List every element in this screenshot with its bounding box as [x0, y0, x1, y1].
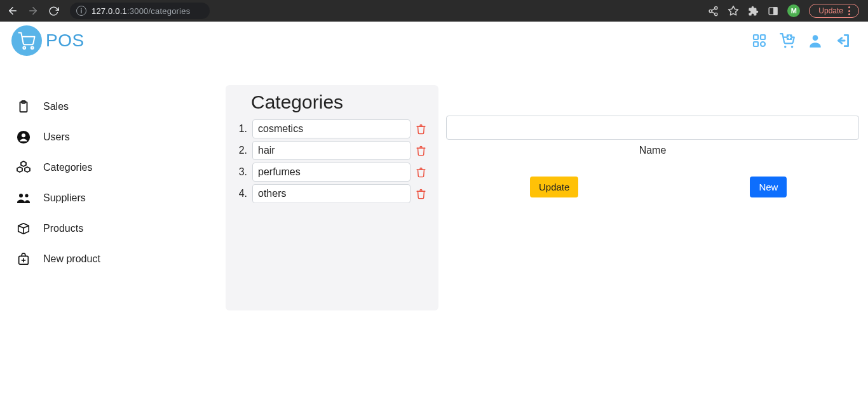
person-icon [807, 32, 824, 49]
bag-plus-icon [15, 251, 32, 267]
sidebar-item-label: New product [43, 253, 100, 265]
url-path: :3000/categories [127, 6, 190, 16]
category-form: Name Update New [446, 116, 859, 197]
svg-point-25 [22, 133, 25, 137]
dashboard-icon [752, 33, 767, 48]
arrow-left-icon [7, 5, 18, 17]
logout-icon [835, 32, 851, 49]
svg-line-5 [712, 11, 715, 13]
category-number: 2. [236, 145, 250, 156]
reload-icon [48, 6, 59, 17]
people-icon [15, 190, 32, 206]
sidebar-item-label: Sales [43, 101, 69, 112]
arrow-right-icon [27, 5, 39, 17]
svg-point-20 [813, 35, 818, 41]
name-label: Name [446, 145, 859, 156]
nav-reload-button[interactable] [46, 3, 61, 18]
category-name-input[interactable] [252, 163, 410, 182]
address-bar[interactable]: i 127.0.0.1:3000/categories [70, 3, 210, 19]
url-host: 127.0.0.1 [92, 6, 127, 16]
user-button[interactable] [807, 32, 824, 49]
cart-plus-icon [779, 32, 796, 49]
categories-title: Categories [236, 89, 428, 118]
box-icon [15, 220, 32, 237]
nav-forward-button[interactable] [25, 3, 41, 18]
sidebar-item-label: Suppliers [43, 192, 86, 204]
sidebar-item-users[interactable]: Users [15, 122, 206, 152]
sidebar-item-suppliers[interactable]: Suppliers [15, 183, 206, 213]
app-root: POS Sales [0, 22, 868, 414]
profile-avatar[interactable]: M [787, 4, 800, 17]
svg-line-6 [712, 8, 715, 10]
user-circle-icon [15, 129, 32, 145]
site-info-icon: i [76, 6, 86, 16]
delete-category-button[interactable] [413, 189, 428, 199]
svg-rect-14 [761, 35, 765, 39]
update-button[interactable]: Update [530, 177, 578, 197]
categories-list: 1. 2. 3. 4. [236, 118, 428, 204]
logout-button[interactable] [835, 32, 851, 49]
delete-category-button[interactable] [413, 145, 428, 156]
category-row: 2. [236, 140, 428, 161]
svg-point-17 [784, 46, 786, 48]
svg-rect-10 [774, 7, 777, 14]
category-number: 4. [236, 188, 250, 199]
bookmark-star-icon[interactable] [728, 5, 739, 17]
trash-icon [416, 189, 426, 199]
trash-icon [416, 167, 426, 178]
brand[interactable]: POS [11, 25, 85, 56]
sidebar-item-label: Users [43, 131, 70, 143]
dashboard-button[interactable] [751, 32, 768, 49]
app-header: POS [0, 22, 868, 60]
svg-rect-15 [754, 42, 758, 46]
category-row: 4. [236, 183, 428, 204]
sidebar: Sales Users Categories Suppliers Product… [15, 91, 206, 274]
avatar-initial: M [791, 7, 797, 15]
category-name-input[interactable] [252, 184, 410, 203]
sidebar-item-products[interactable]: Products [15, 213, 206, 244]
delete-category-button[interactable] [413, 167, 428, 178]
category-number: 3. [236, 166, 250, 178]
panel-icon[interactable] [768, 6, 778, 17]
url-text: 127.0.0.1:3000/categories [92, 6, 190, 16]
delete-category-button[interactable] [413, 124, 428, 135]
svg-point-27 [25, 194, 28, 197]
extensions-icon[interactable] [748, 6, 759, 17]
browser-toolbar: i 127.0.0.1:3000/categories M Update [0, 0, 868, 22]
trash-icon [416, 145, 426, 156]
browser-update-label: Update [818, 6, 843, 15]
category-number: 1. [236, 123, 250, 135]
brand-name: POS [46, 30, 85, 51]
category-row: 3. [236, 161, 428, 183]
header-actions [751, 32, 857, 49]
svg-point-26 [19, 194, 23, 197]
sidebar-item-categories[interactable]: Categories [15, 152, 206, 183]
category-row: 1. [236, 118, 428, 140]
nav-back-button[interactable] [5, 3, 20, 18]
sidebar-item-new-product[interactable]: New product [15, 244, 206, 274]
svg-point-12 [31, 46, 34, 49]
category-name-input[interactable] [252, 141, 410, 160]
share-icon[interactable] [708, 6, 719, 17]
add-cart-button[interactable] [779, 32, 796, 49]
cart-icon [17, 31, 36, 50]
cubes-icon [15, 159, 32, 176]
browser-update-button[interactable]: Update [809, 4, 859, 18]
svg-point-11 [23, 46, 25, 49]
clipboard-icon [15, 98, 32, 115]
sidebar-item-label: Categories [43, 162, 92, 173]
trash-icon [416, 124, 426, 135]
svg-point-16 [761, 42, 765, 46]
sidebar-item-sales[interactable]: Sales [15, 91, 206, 122]
more-dots-icon [848, 6, 851, 15]
sidebar-item-label: Products [43, 223, 83, 234]
brand-logo [11, 25, 42, 56]
svg-rect-13 [754, 35, 758, 39]
browser-right-controls: M Update [708, 4, 863, 18]
form-button-row: Update New [446, 177, 859, 197]
category-name-input[interactable] [252, 119, 410, 138]
new-button[interactable]: New [750, 177, 787, 197]
categories-panel: Categories 1. 2. 3. [226, 85, 438, 310]
svg-point-18 [791, 46, 793, 48]
name-input[interactable] [446, 116, 859, 140]
